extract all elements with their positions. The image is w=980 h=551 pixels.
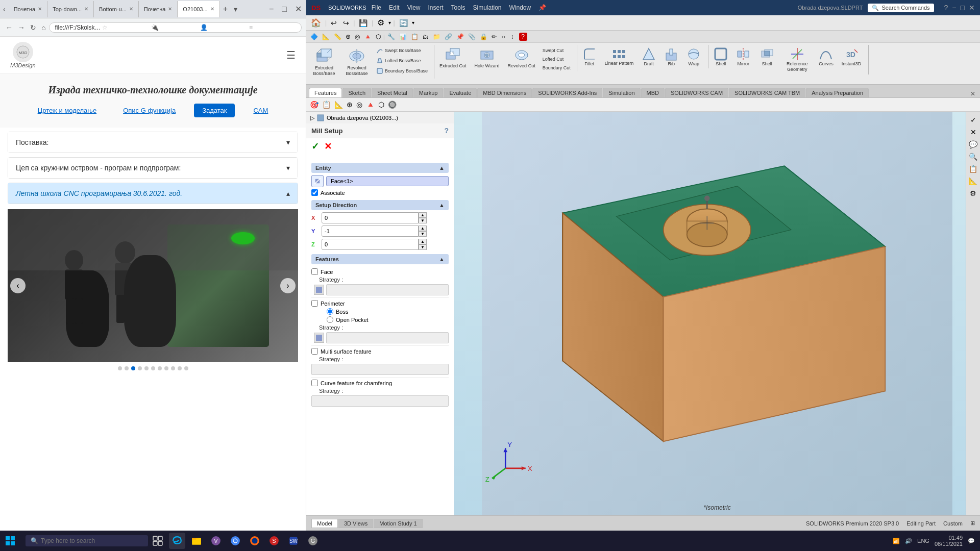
face-check[interactable]: [311, 268, 318, 275]
back-btn[interactable]: ←: [4, 22, 14, 33]
sw-sm-icon-15[interactable]: 📎: [467, 33, 477, 41]
y-down-btn[interactable]: ▼: [419, 231, 427, 237]
settings-icon[interactable]: ≡: [249, 24, 296, 31]
notification-icon[interactable]: 💬: [968, 538, 975, 544]
sw-sub-icon-3[interactable]: 📐: [333, 99, 344, 110]
rib-btn[interactable]: Rib: [661, 45, 681, 68]
menu-pin[interactable]: 📌: [538, 4, 546, 11]
z-value-input[interactable]: [322, 239, 419, 250]
accordion-3-header[interactable]: Летна школа CNC програмирања 30.6.2021. …: [8, 183, 298, 204]
extruded-boss-btn[interactable]: Extruded Boss/Base: [309, 45, 339, 79]
tab-simulation[interactable]: Simulation: [603, 88, 640, 97]
sw-sm-icon-14[interactable]: 📌: [455, 33, 465, 41]
features-section-header[interactable]: Features ▲: [311, 254, 449, 264]
carousel-dot-11[interactable]: [184, 366, 188, 370]
sw-close-btn[interactable]: ✕: [969, 4, 975, 12]
perimeter-check[interactable]: [311, 300, 318, 307]
browser-minimize-btn[interactable]: −: [265, 5, 278, 14]
carousel-dot-6[interactable]: [151, 366, 155, 370]
statusbar-expand-icon[interactable]: ⊞: [970, 520, 975, 527]
menu-file[interactable]: File: [372, 4, 381, 11]
swept-cut-btn[interactable]: Swept Cut: [541, 47, 573, 54]
sw-sm-icon-9[interactable]: 📊: [398, 33, 408, 41]
rhs-icon-2[interactable]: ✕: [969, 127, 977, 137]
sw-sm-icon-16[interactable]: 🔒: [478, 33, 489, 41]
sw-sm-icon-6[interactable]: 🔺: [362, 33, 373, 41]
sw-sub-icon-7[interactable]: ⬡: [377, 99, 385, 110]
browser-tab-2[interactable]: Top-down... ✕: [47, 1, 94, 17]
taskbar-edge[interactable]: [169, 533, 185, 549]
browser-maximize-btn[interactable]: □: [278, 5, 291, 14]
sw-search-box[interactable]: 🔍 Search Commands: [868, 4, 934, 12]
extruded-cut-btn[interactable]: Extruded Cut: [436, 45, 470, 70]
perimeter-strategy-input[interactable]: [326, 332, 449, 343]
taskbar-search-box[interactable]: 🔍: [26, 535, 148, 546]
revolved-cut-btn[interactable]: Revolved Cut: [505, 45, 538, 70]
sw-sub-icon-2[interactable]: 📋: [321, 99, 332, 110]
sw-sm-icon-10[interactable]: 📋: [409, 33, 420, 41]
volume-icon[interactable]: 🔊: [905, 538, 912, 544]
menu-simulation[interactable]: Simulation: [473, 4, 502, 11]
taskbar-app-3[interactable]: G: [305, 533, 321, 549]
associate-checkbox[interactable]: Associate: [311, 189, 449, 196]
tab-close-5[interactable]: ✕: [210, 6, 214, 12]
home-btn[interactable]: ⌂: [40, 22, 47, 33]
tab-sw-cam-tbm[interactable]: SOLIDWORKS CAM TBM: [729, 88, 805, 97]
menu-view[interactable]: View: [407, 4, 421, 11]
close-panel-btn[interactable]: ✕: [968, 90, 977, 97]
carousel-next-btn[interactable]: ›: [280, 278, 296, 293]
boss-radio-input[interactable]: [327, 308, 333, 315]
linear-pattern-btn[interactable]: Linear Pattern: [602, 45, 637, 68]
boundary-boss-btn[interactable]: Boundary Boss/Base: [374, 66, 430, 76]
sw-sm-icon-17[interactable]: ✏: [490, 33, 498, 41]
shell-btn[interactable]: Shell: [710, 45, 731, 68]
sw-tb-rebuild-icon[interactable]: 🔄: [397, 18, 410, 28]
browser-close-btn[interactable]: ✕: [291, 4, 306, 14]
x-up-btn[interactable]: ▲: [419, 212, 427, 218]
open-pocket-radio-input[interactable]: [327, 316, 333, 323]
rhs-icon-5[interactable]: 📋: [968, 164, 978, 174]
face-strategy-input[interactable]: [326, 284, 449, 295]
y-value-input[interactable]: [322, 226, 419, 237]
draft-btn[interactable]: Draft: [639, 45, 659, 68]
curves-btn[interactable]: Curves: [816, 45, 837, 68]
browser-tab-1[interactable]: Почетна ✕: [9, 1, 48, 17]
browser-tab-3[interactable]: Bottom-u... ✕: [94, 1, 139, 17]
mill-setup-help-icon[interactable]: ?: [444, 127, 449, 135]
sw-tb-arrow-icon[interactable]: ↩: [329, 18, 339, 28]
sw-tb-dropdown-icon[interactable]: ▾: [388, 20, 391, 26]
rhs-icon-6[interactable]: 📐: [968, 176, 978, 186]
sw-sm-icon-4[interactable]: ⊕: [344, 33, 352, 41]
curve-chamfer-check[interactable]: [311, 380, 318, 386]
y-up-btn[interactable]: ▲: [419, 226, 427, 231]
tab-close-4[interactable]: ✕: [168, 6, 172, 12]
tab-close-2[interactable]: ✕: [84, 6, 88, 12]
tab-mbd-dimensions[interactable]: MBD Dimensions: [477, 88, 532, 97]
sw-tb-settings-icon[interactable]: ⚙: [375, 17, 386, 29]
curve-chamfer-strategy-input[interactable]: [311, 395, 449, 407]
sw-sub-icon-5[interactable]: ◎: [355, 99, 363, 110]
sw-sub-icon-6[interactable]: 🔺: [365, 99, 376, 110]
sw-tb-forward-icon[interactable]: ↪: [341, 18, 351, 28]
tab-close-1[interactable]: ✕: [38, 6, 42, 12]
z-up-btn[interactable]: ▲: [419, 239, 427, 244]
rhs-icon-1[interactable]: ✓: [969, 115, 977, 125]
tab-more-btn[interactable]: ▾: [231, 5, 240, 13]
language-indicator[interactable]: ENG: [917, 538, 929, 544]
hole-wizard-btn[interactable]: Hole Wizard: [472, 45, 503, 70]
z-down-btn[interactable]: ▼: [419, 244, 427, 250]
x-down-btn[interactable]: ▼: [419, 218, 427, 223]
tab-sw-cam[interactable]: SOLIDWORKS CAM: [665, 88, 728, 97]
sw-tree-item-root[interactable]: ▷ Obrada dzepova (O21003...): [306, 112, 454, 123]
rhs-icon-3[interactable]: 💬: [968, 139, 978, 149]
carousel-dot-10[interactable]: [178, 366, 182, 370]
reference-geometry-btn[interactable]: Reference Geometry: [780, 45, 814, 74]
taskbar-chrome[interactable]: [227, 533, 243, 549]
taskbar-firefox[interactable]: [247, 533, 263, 549]
carousel-dot-9[interactable]: [171, 366, 175, 370]
menu-tools[interactable]: Tools: [451, 4, 465, 11]
site-tab-3[interactable]: Задатак: [194, 104, 235, 117]
hamburger-menu[interactable]: ☰: [286, 49, 296, 61]
carousel-dot-5[interactable]: [144, 366, 149, 370]
sw-sm-help-icon[interactable]: ?: [519, 33, 527, 41]
